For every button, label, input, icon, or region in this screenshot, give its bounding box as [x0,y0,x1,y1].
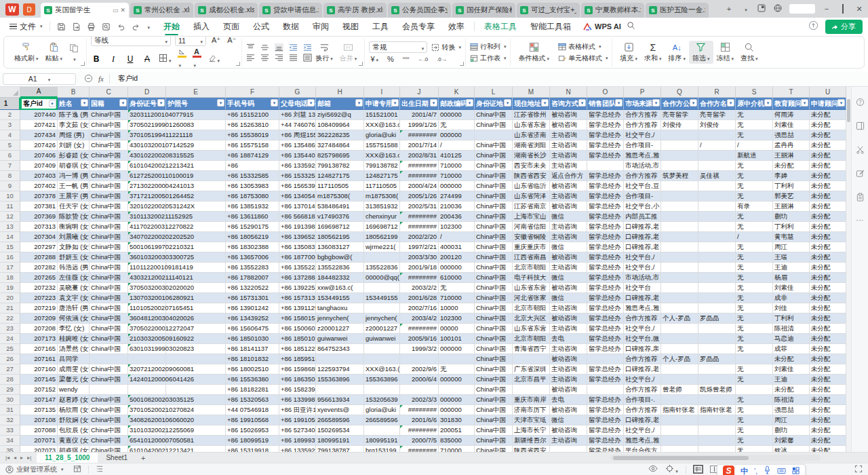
document-tab[interactable]: S宁夏教师样本.xlsx [581,3,644,18]
cell-D32[interactable]: 340826200106060020 [128,415,166,425]
fill-color-button[interactable]: ◺ [178,48,186,69]
cell-G30[interactable]: +86 1339985047 [279,395,316,405]
cell-D24[interactable]: 210303200509160922 [128,334,166,344]
redo-icon[interactable] [132,22,140,31]
cell-F14[interactable]: +86 18056219 [226,232,279,242]
cell-A34[interactable]: 207071 [20,436,58,446]
col-header-Q[interactable]: Q [661,87,698,98]
row-header-11[interactable]: 11 [0,202,20,212]
cell-U22[interactable]: 未分配 [810,314,846,324]
cell-P14[interactable]: 口碑推荐,老 [624,232,661,242]
cell-K7[interactable]: 710000 [439,161,475,171]
row-header-18[interactable]: 18 [0,273,20,283]
cell-S23[interactable]: 无 [736,324,773,334]
cell-A32[interactable]: 207108 [20,415,58,425]
help-icon[interactable] [856,98,865,107]
cell-A25[interactable]: 207165 [20,344,58,354]
cell-S18[interactable]: 无 [736,273,773,283]
cell-P19[interactable]: 社交平台 [624,283,661,293]
cell-H11[interactable]: 538486491 [316,202,364,212]
row-header-17[interactable]: 17 [0,263,20,273]
cell-H18[interactable]: 184482332 [316,273,364,283]
close-button[interactable]: ✕ [854,5,864,14]
filter-button-ribbon[interactable]: 筛选 [689,41,713,64]
cell-S31[interactable]: 无 [736,405,773,415]
cell-J4[interactable]: ######## [400,130,439,140]
cell-A14[interactable]: 207304 [20,232,58,242]
globe-icon[interactable] [773,4,783,14]
cell-B32[interactable]: 舒欣娴 (女 [58,415,90,425]
more-icon[interactable]: ⋯ [856,216,864,224]
cell-D17[interactable]: 110112200109181419 [128,263,166,273]
justify-icon[interactable] [289,54,298,62]
cell-S6[interactable]: 新航道 [736,151,773,161]
copy-button[interactable] [66,42,82,63]
cell-O19[interactable]: 留学总经办 [587,283,624,293]
cell-D15[interactable]: 500106199702210321 [128,242,166,252]
cell-N30[interactable]: 去电 [550,395,587,405]
cell-A18[interactable]: 207265 [20,273,58,283]
cell-J9[interactable]: 2000/4/24 [400,181,439,191]
cell-F15[interactable]: +86 18302388 [226,242,279,252]
cell-K19[interactable]: 无 [439,283,475,293]
cell-Q35[interactable] [661,446,698,452]
cell-T9[interactable]: 丁利利 [773,181,810,191]
cell-I30[interactable]: 153205639 [364,395,400,405]
cell-C30[interactable]: China中国 [90,395,128,405]
filter-dropdown-icon[interactable]: ▾ [652,99,660,107]
cell-H24[interactable]: guiwanwei [316,334,364,344]
sheet-nav-arrow-0[interactable]: |◂ [5,455,9,461]
cell-C9[interactable]: China中国 [90,181,128,191]
cell-K12[interactable]: 200436 [439,212,475,222]
cell-F3[interactable]: +86 15263810 [226,120,279,130]
cell-U13[interactable]: 未分配 [810,222,846,232]
cell-F24[interactable]: +86 18501030 [226,334,279,344]
wps-logo-icon[interactable]: W [5,3,19,16]
cell-J28[interactable]: 2000/6/4 [400,375,439,385]
align-center-icon[interactable] [260,54,269,62]
merge-cells-button[interactable]: 合并 [336,41,361,64]
cell-M15[interactable]: 重庆重庆市 [513,242,550,252]
cell-K15[interactable]: 400031 [439,242,475,252]
document-tab[interactable]: S贷款申请信息.xlsx [259,3,322,18]
cell-E29[interactable] [166,385,226,395]
cell-K18[interactable]: 610000 [439,273,475,283]
cell-D20[interactable]: 130703200106280921 [128,293,166,303]
cell-O24[interactable]: 留学总经办 [587,334,624,344]
cell-J26[interactable] [400,354,439,364]
cell-Q20[interactable] [661,293,698,303]
cell-E26[interactable] [166,354,226,364]
cell-M27[interactable]: 广东省深圳 [513,364,550,375]
cell-M21[interactable]: 北京市朝阳 [513,303,550,314]
cell-Q5[interactable] [661,140,698,151]
cell-K22[interactable]: 102300 [439,314,475,324]
cell-S11[interactable]: 有录 [736,202,773,212]
cell-T18[interactable]: 杨眉 [773,273,810,283]
cell-I22[interactable]: jennychen( [364,314,400,324]
cell-D13[interactable]: 411702200312270822 [128,222,166,232]
cell-H22[interactable]: jennychen( [316,314,364,324]
cell-J12[interactable]: ######## [400,212,439,222]
cell-Q7[interactable] [661,161,698,171]
cell-B29[interactable]: wendy [58,385,90,395]
menu-item-插入[interactable]: 插入 [186,19,216,35]
task-pane-icon[interactable] [856,121,865,130]
cell-G20[interactable]: +86 1573130169 [279,293,316,303]
file-menu[interactable]: 文件 [5,21,47,33]
header-cell-U[interactable]: 申请顾问▾ [810,98,846,110]
cell-L3[interactable]: China中国 [475,120,513,130]
cell-U11[interactable]: 未分配 [810,202,846,212]
cell-S13[interactable]: 无 [736,222,773,232]
cell-U15[interactable]: 未分配 [810,242,846,252]
cell-T17[interactable]: 王迪 [773,263,810,273]
cell-L33[interactable]: China中国 [475,425,513,436]
cell-J35[interactable]: ######## [400,446,439,452]
undo-icon[interactable] [117,22,125,31]
cell-P23[interactable]: 社交平台,/ [624,324,661,334]
cell-T31[interactable]: 强思喆 [773,405,810,415]
cell-U29[interactable]: 未分配 [810,385,846,395]
col-header-B[interactable]: B [58,87,90,98]
cell-S28[interactable]: 无 [736,375,773,385]
cell-L9[interactable]: China中国 [475,181,513,191]
cell-A17[interactable]: 207282 [20,263,58,273]
